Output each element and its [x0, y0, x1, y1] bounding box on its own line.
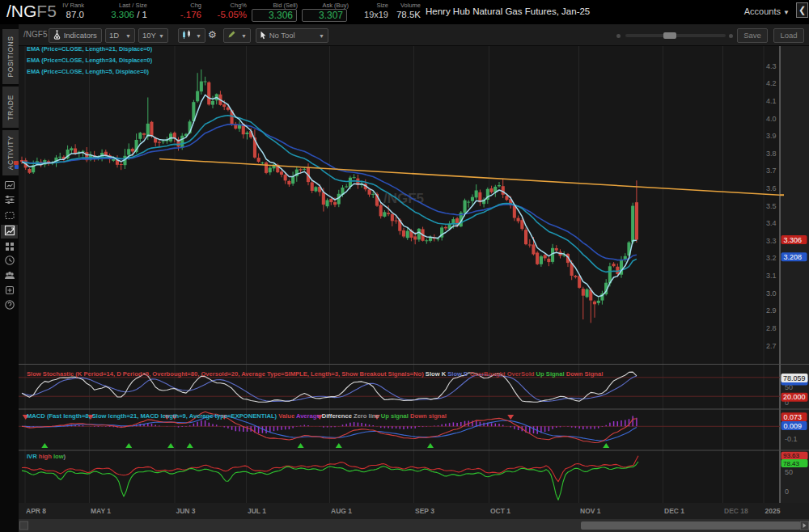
- svg-text:4.1: 4.1: [766, 97, 777, 105]
- svg-text:2.9: 2.9: [766, 306, 777, 315]
- svg-text:78.43: 78.43: [783, 460, 800, 467]
- svg-text:EMA (Price=CLOSE, Length=34, D: EMA (Price=CLOSE, Length=34, Displace=0): [27, 57, 153, 64]
- svg-text:2025: 2025: [765, 507, 781, 515]
- svg-text:3.4: 3.4: [766, 219, 777, 227]
- svg-text:3.5: 3.5: [766, 202, 777, 210]
- svg-text:3.1: 3.1: [766, 272, 777, 280]
- svg-text:MACD (Fast length=8, Slow leng: MACD (Fast length=8, Slow length=21, MAC…: [27, 412, 447, 420]
- svg-text:JUL 1: JUL 1: [248, 507, 266, 515]
- svg-text:3.8: 3.8: [766, 150, 777, 158]
- svg-text:DEC 18: DEC 18: [724, 507, 748, 515]
- svg-text:JUN 3: JUN 3: [176, 507, 196, 515]
- svg-text:OCT 1: OCT 1: [490, 507, 510, 515]
- svg-text:AUG 1: AUG 1: [331, 507, 352, 515]
- svg-text:50: 50: [785, 468, 793, 476]
- svg-text:2.7: 2.7: [766, 342, 777, 350]
- svg-text:3.7: 3.7: [766, 167, 777, 175]
- svg-text:EMA (Price=CLOSE, Length=5, Di: EMA (Price=CLOSE, Length=5, Displace=0): [27, 68, 150, 75]
- svg-text:3.9: 3.9: [766, 132, 777, 140]
- svg-text:3.0: 3.0: [766, 289, 777, 298]
- svg-text:3.306: 3.306: [784, 236, 803, 244]
- svg-text:3.208: 3.208: [784, 253, 803, 261]
- svg-text:3.2: 3.2: [766, 254, 777, 262]
- svg-text:93.63: 93.63: [783, 452, 800, 459]
- svg-text:0: 0: [785, 488, 789, 496]
- svg-text:EMA (Price=CLOSE, Length=21, D: EMA (Price=CLOSE, Length=21, Displace=0): [27, 46, 153, 53]
- svg-text:3.6: 3.6: [766, 184, 777, 192]
- svg-text:MAY 1: MAY 1: [91, 507, 111, 515]
- svg-text:0.073: 0.073: [784, 413, 803, 421]
- svg-text:20.000: 20.000: [783, 393, 806, 401]
- svg-text:IVR high low): IVR high low): [27, 453, 66, 460]
- svg-text:APR 8: APR 8: [26, 507, 46, 515]
- svg-text:2.8: 2.8: [766, 324, 777, 332]
- svg-text:Slow Stochastic (K Period=14,: Slow Stochastic (K Period=14, D Period=9…: [27, 370, 603, 378]
- svg-text:0.009: 0.009: [784, 422, 803, 430]
- svg-text:DEC 1: DEC 1: [664, 507, 684, 515]
- svg-text:NOV 1: NOV 1: [580, 507, 601, 515]
- svg-text:4.2: 4.2: [766, 79, 777, 87]
- svg-text:4.0: 4.0: [766, 115, 777, 123]
- svg-text:SEP 3: SEP 3: [415, 507, 434, 515]
- svg-text:-0.1: -0.1: [785, 435, 798, 443]
- svg-text:78.059: 78.059: [783, 374, 806, 382]
- svg-text:3.3: 3.3: [766, 237, 777, 245]
- svg-text:4.3: 4.3: [766, 62, 777, 70]
